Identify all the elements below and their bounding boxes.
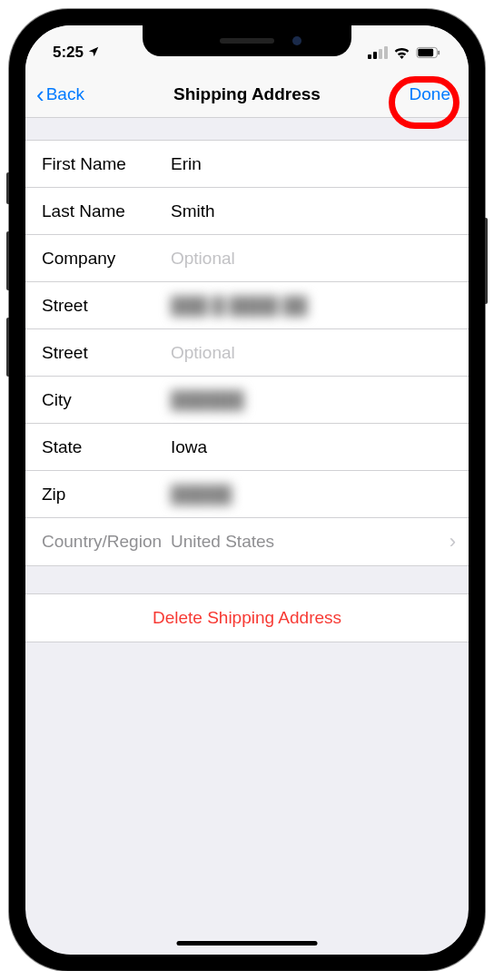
city-label: City — [42, 390, 171, 410]
delete-section: Delete Shipping Address — [25, 593, 469, 642]
last-name-label: Last Name — [42, 201, 171, 221]
back-label: Back — [46, 84, 84, 104]
state-label: State — [42, 437, 171, 457]
back-button[interactable]: ‹ Back — [36, 83, 84, 106]
status-indicators — [368, 46, 441, 59]
street2-label: Street — [42, 343, 171, 363]
side-buttons-left — [6, 172, 9, 377]
state-row[interactable]: State Iowa — [25, 424, 469, 471]
street2-field[interactable] — [171, 343, 469, 363]
country-label: Country/Region — [42, 532, 171, 552]
cell-signal-icon — [368, 46, 388, 59]
last-name-field[interactable]: Smith — [171, 201, 469, 221]
home-indicator[interactable] — [177, 941, 318, 946]
delete-address-button[interactable]: Delete Shipping Address — [25, 594, 469, 642]
company-label: Company — [42, 249, 171, 269]
status-time-area: 5:25 — [53, 44, 100, 62]
street1-field[interactable]: ███ █ ████ ██ — [171, 296, 469, 316]
chevron-right-icon: › — [450, 530, 469, 554]
wifi-icon — [393, 46, 410, 59]
address-form: First Name Erin Last Name Smith Company … — [25, 140, 469, 566]
side-button-right — [485, 218, 488, 304]
battery-icon — [416, 46, 441, 59]
street1-row[interactable]: Street ███ █ ████ ██ — [25, 282, 469, 329]
nav-bar: ‹ Back Shipping Address Done — [25, 71, 469, 118]
zip-label: Zip — [42, 485, 171, 505]
done-button[interactable]: Done — [402, 81, 458, 108]
chevron-left-icon: ‹ — [36, 83, 44, 106]
city-field[interactable]: ██████ — [171, 390, 469, 410]
page-title: Shipping Address — [173, 84, 321, 104]
city-row[interactable]: City ██████ — [25, 377, 469, 424]
location-arrow-icon — [87, 45, 100, 61]
screen: 5:25 — [25, 25, 469, 955]
company-field[interactable] — [171, 249, 469, 269]
country-row[interactable]: Country/Region United States › — [25, 518, 469, 565]
first-name-field[interactable]: Erin — [171, 154, 469, 174]
zip-row[interactable]: Zip █████ — [25, 471, 469, 518]
status-time: 5:25 — [53, 44, 84, 62]
svg-rect-2 — [438, 51, 440, 55]
phone-frame: 5:25 — [9, 9, 485, 971]
last-name-row[interactable]: Last Name Smith — [25, 188, 469, 235]
svg-rect-1 — [418, 49, 433, 56]
street2-row[interactable]: Street — [25, 329, 469, 377]
street1-label: Street — [42, 296, 171, 316]
zip-field[interactable]: █████ — [171, 485, 469, 505]
first-name-label: First Name — [42, 154, 171, 174]
state-field[interactable]: Iowa — [171, 437, 469, 457]
notch — [143, 25, 351, 56]
first-name-row[interactable]: First Name Erin — [25, 141, 469, 188]
company-row[interactable]: Company — [25, 235, 469, 282]
country-field[interactable]: United States — [171, 532, 450, 552]
content-area: First Name Erin Last Name Smith Company … — [25, 118, 469, 642]
